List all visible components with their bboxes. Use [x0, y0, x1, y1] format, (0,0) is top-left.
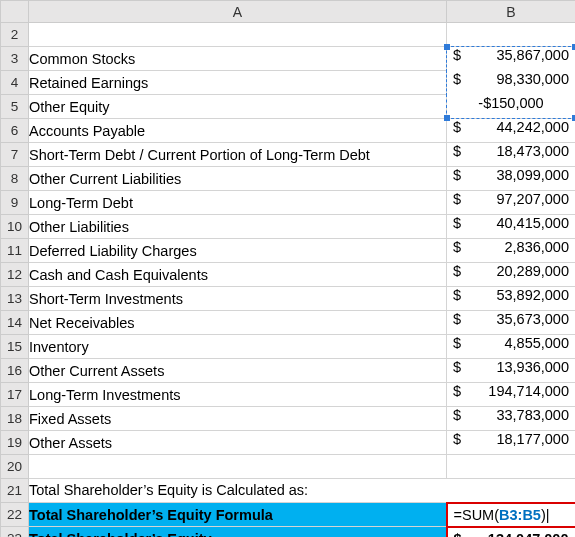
currency-value: 53,892,000	[496, 287, 569, 303]
line-item-label[interactable]: Retained Earnings	[29, 71, 447, 95]
cell[interactable]	[447, 455, 576, 479]
line-item-value[interactable]: $194,714,000	[447, 383, 576, 407]
row-header[interactable]: 17	[1, 383, 29, 407]
currency-value: 33,783,000	[496, 407, 569, 423]
result-cell[interactable]: $ 134,047,000	[447, 527, 576, 538]
row-header[interactable]: 5	[1, 95, 29, 119]
row-header[interactable]: 6	[1, 119, 29, 143]
corner-cell[interactable]	[1, 1, 29, 23]
currency-symbol: $	[453, 359, 461, 375]
line-item-label[interactable]: Long-Term Debt	[29, 191, 447, 215]
line-item-label[interactable]: Accounts Payable	[29, 119, 447, 143]
row-header[interactable]: 9	[1, 191, 29, 215]
line-item-label[interactable]: Deferred Liability Charges	[29, 239, 447, 263]
column-header-b[interactable]: B	[447, 1, 576, 23]
currency-symbol: $	[453, 335, 461, 351]
cell[interactable]	[447, 23, 576, 47]
currency-value: 35,867,000	[496, 47, 569, 63]
row-header[interactable]: 14	[1, 311, 29, 335]
currency-symbol: $	[453, 407, 461, 423]
line-item-value[interactable]: $35,867,000	[447, 47, 576, 71]
currency-value: 194,714,000	[488, 383, 569, 399]
currency-symbol: $	[453, 383, 461, 399]
line-item-value[interactable]: $20,289,000	[447, 263, 576, 287]
currency-value: 2,836,000	[504, 239, 569, 255]
line-item-label[interactable]: Other Current Assets	[29, 359, 447, 383]
currency-symbol: $	[453, 167, 461, 183]
line-item-label[interactable]: Other Assets	[29, 431, 447, 455]
line-item-label[interactable]: Short-Term Debt / Current Portion of Lon…	[29, 143, 447, 167]
currency-value: 38,099,000	[496, 167, 569, 183]
line-item-value[interactable]: $40,415,000	[447, 215, 576, 239]
line-item-label[interactable]: Cash and Cash Equivalents	[29, 263, 447, 287]
section-heading[interactable]: Total Shareholder’s Equity is Calculated…	[29, 479, 576, 503]
line-item-label[interactable]: Fixed Assets	[29, 407, 447, 431]
row-header[interactable]: 21	[1, 479, 29, 503]
currency-symbol: $	[453, 287, 461, 303]
row-header[interactable]: 12	[1, 263, 29, 287]
currency-value: 134,047,000	[488, 531, 569, 538]
row-header[interactable]: 19	[1, 431, 29, 455]
line-item-value[interactable]: $44,242,000	[447, 119, 576, 143]
formula-label[interactable]: Total Shareholder’s Equity Formula	[29, 503, 447, 527]
currency-symbol: $	[453, 47, 461, 63]
row-header[interactable]: 11	[1, 239, 29, 263]
line-item-label[interactable]: Short-Term Investments	[29, 287, 447, 311]
row-header[interactable]: 2	[1, 23, 29, 47]
currency-value: -$150,000	[447, 95, 575, 111]
line-item-label[interactable]: Net Receivables	[29, 311, 447, 335]
line-item-value[interactable]: $4,855,000	[447, 335, 576, 359]
line-item-value[interactable]: $18,177,000	[447, 431, 576, 455]
currency-symbol: $	[453, 71, 461, 87]
currency-symbol: $	[454, 531, 462, 538]
formula-cell[interactable]: =SUM(B3:B5)|	[447, 503, 576, 527]
row-header[interactable]: 20	[1, 455, 29, 479]
currency-value: 13,936,000	[496, 359, 569, 375]
row-header[interactable]: 7	[1, 143, 29, 167]
line-item-label[interactable]: Other Liabilities	[29, 215, 447, 239]
row-header[interactable]: 10	[1, 215, 29, 239]
line-item-value[interactable]: $2,836,000	[447, 239, 576, 263]
currency-value: 98,330,000	[496, 71, 569, 87]
line-item-label[interactable]: Long-Term Investments	[29, 383, 447, 407]
line-item-value[interactable]: $98,330,000	[447, 71, 576, 95]
row-header[interactable]: 8	[1, 167, 29, 191]
line-item-value[interactable]: $35,673,000	[447, 311, 576, 335]
line-item-value[interactable]: $97,207,000	[447, 191, 576, 215]
line-item-value[interactable]: $38,099,000	[447, 167, 576, 191]
row-header[interactable]: 4	[1, 71, 29, 95]
currency-symbol: $	[453, 119, 461, 135]
row-header[interactable]: 16	[1, 359, 29, 383]
line-item-label[interactable]: Other Equity	[29, 95, 447, 119]
currency-value: 97,207,000	[496, 191, 569, 207]
currency-value: 18,473,000	[496, 143, 569, 159]
currency-value: 35,673,000	[496, 311, 569, 327]
result-label[interactable]: Total Shareholder’s Equity	[29, 527, 447, 538]
column-header-a[interactable]: A	[29, 1, 447, 23]
line-item-value[interactable]: $13,936,000	[447, 359, 576, 383]
row-header[interactable]: 18	[1, 407, 29, 431]
formula-text: =SUM(	[454, 507, 500, 523]
row-header[interactable]: 13	[1, 287, 29, 311]
row-header[interactable]: 23	[1, 527, 29, 538]
line-item-label[interactable]: Common Stocks	[29, 47, 447, 71]
row-header[interactable]: 3	[1, 47, 29, 71]
currency-value: 18,177,000	[496, 431, 569, 447]
line-item-value[interactable]: $18,473,000	[447, 143, 576, 167]
cell[interactable]	[29, 455, 447, 479]
row-header[interactable]: 15	[1, 335, 29, 359]
spreadsheet-grid[interactable]: A B 2 3Common Stocks$35,867,0004Retained…	[0, 0, 575, 537]
line-item-value[interactable]: -$150,000	[447, 95, 576, 119]
currency-value: 44,242,000	[496, 119, 569, 135]
line-item-label[interactable]: Other Current Liabilities	[29, 167, 447, 191]
currency-symbol: $	[453, 239, 461, 255]
currency-symbol: $	[453, 263, 461, 279]
line-item-value[interactable]: $53,892,000	[447, 287, 576, 311]
currency-symbol: $	[453, 431, 461, 447]
currency-symbol: $	[453, 191, 461, 207]
currency-symbol: $	[453, 215, 461, 231]
line-item-value[interactable]: $33,783,000	[447, 407, 576, 431]
cell[interactable]	[29, 23, 447, 47]
line-item-label[interactable]: Inventory	[29, 335, 447, 359]
row-header[interactable]: 22	[1, 503, 29, 527]
